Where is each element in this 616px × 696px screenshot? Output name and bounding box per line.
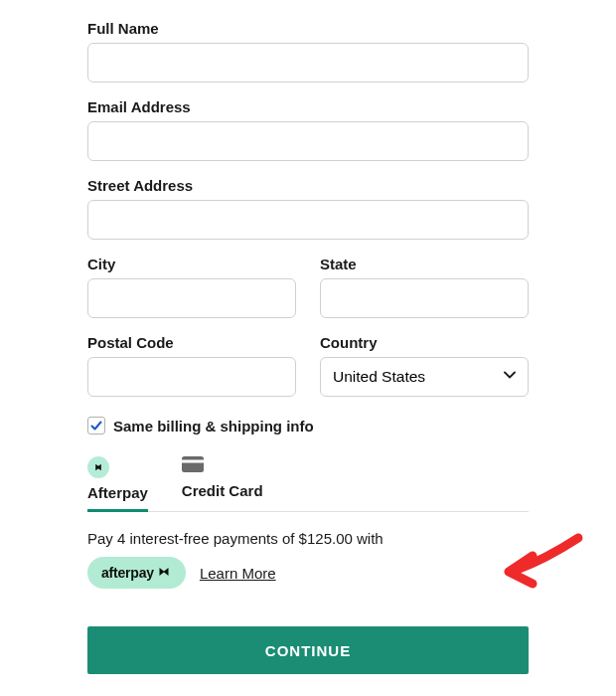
country-label: Country (320, 334, 529, 351)
afterpay-icon (87, 456, 109, 478)
svg-rect-0 (182, 456, 204, 472)
tab-credit-card[interactable]: Credit Card (182, 456, 263, 511)
payment-tabs: Afterpay Credit Card (87, 456, 529, 512)
postal-input[interactable] (87, 357, 296, 397)
street-input[interactable] (87, 200, 529, 240)
afterpay-badge: afterpay (87, 557, 186, 589)
afterpay-badge-text: afterpay (101, 565, 154, 581)
same-billing-label: Same billing & shipping info (113, 418, 314, 435)
country-select[interactable]: United States (320, 357, 529, 397)
credit-card-icon (182, 456, 204, 476)
learn-more-link[interactable]: Learn More (200, 565, 276, 582)
continue-button[interactable]: CONTINUE (87, 626, 529, 674)
afterpay-logo-icon (156, 564, 172, 582)
postal-label: Postal Code (87, 334, 296, 351)
city-input[interactable] (87, 278, 296, 318)
svg-rect-1 (182, 460, 204, 463)
street-label: Street Address (87, 177, 529, 194)
tab-afterpay[interactable]: Afterpay (87, 456, 148, 511)
state-input[interactable] (320, 278, 529, 318)
state-label: State (320, 256, 529, 272)
tab-credit-card-label: Credit Card (182, 482, 263, 499)
same-billing-checkbox[interactable] (87, 417, 105, 435)
email-label: Email Address (87, 98, 529, 115)
full-name-input[interactable] (87, 43, 529, 83)
email-input[interactable] (87, 121, 529, 161)
city-label: City (87, 256, 296, 272)
afterpay-message: Pay 4 interest-free payments of $125.00 … (87, 530, 529, 547)
tab-afterpay-label: Afterpay (87, 484, 148, 501)
full-name-label: Full Name (87, 20, 529, 37)
